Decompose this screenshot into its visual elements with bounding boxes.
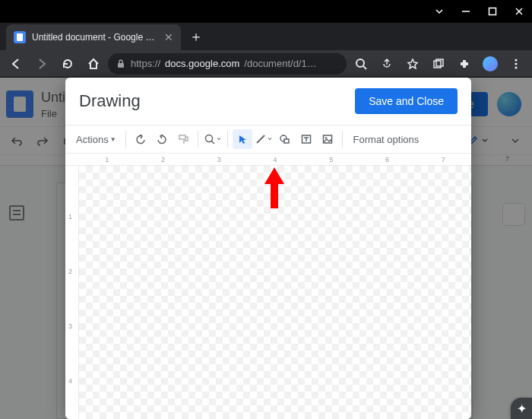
paint-format-button[interactable] — [173, 129, 193, 149]
annotation-red-arrow — [263, 167, 286, 208]
drawing-modal: Drawing Save and Close Actions▼ Format o… — [65, 78, 471, 419]
extension-badge[interactable] — [479, 52, 502, 75]
redo-button[interactable] — [152, 129, 172, 149]
docs-favicon — [14, 31, 26, 43]
window-maximize-button[interactable] — [479, 0, 505, 23]
bookmark-star-icon[interactable] — [401, 52, 424, 75]
nav-reload-button[interactable] — [56, 52, 79, 75]
nav-home-button[interactable] — [82, 52, 105, 75]
zoom-icon[interactable] — [350, 52, 372, 75]
svg-rect-19 — [284, 139, 289, 143]
ruler-tick: 5 — [303, 156, 359, 163]
svg-point-15 — [206, 135, 213, 142]
undo-button[interactable] — [131, 129, 150, 149]
os-titlebar — [0, 0, 532, 23]
share-url-icon[interactable] — [375, 52, 398, 75]
browser-menu-button[interactable] — [505, 52, 527, 75]
svg-point-10 — [515, 62, 517, 65]
drawing-modal-header: Drawing Save and Close — [65, 78, 471, 125]
separator — [227, 131, 228, 148]
svg-line-16 — [212, 141, 215, 144]
text-box-tool-button[interactable] — [296, 129, 316, 149]
ruler-tick: 6 — [359, 156, 416, 163]
lock-icon — [116, 59, 126, 69]
ruler-tick: 1 — [79, 156, 135, 163]
svg-rect-4 — [118, 63, 124, 68]
window-dropdown-button[interactable] — [426, 0, 452, 23]
drawing-ruler-vertical: 1 2 3 4 — [65, 166, 79, 419]
save-and-close-label: Save and Close — [369, 95, 444, 107]
ruler-tick: 2 — [135, 156, 192, 163]
explore-fab-button[interactable]: ✦ — [511, 398, 532, 419]
image-tool-button[interactable] — [318, 129, 337, 149]
svg-rect-14 — [179, 135, 185, 139]
actions-menu-button[interactable]: Actions▼ — [71, 131, 121, 148]
chevron-down-icon: ▼ — [110, 136, 116, 143]
url-bar[interactable]: https://docs.google.com/document/d/1… — [108, 53, 347, 75]
tab-title: Untitled document - Google Docs — [32, 32, 158, 43]
svg-point-11 — [515, 66, 517, 68]
url-domain: docs.google.com — [165, 58, 239, 69]
drawing-canvas[interactable] — [79, 166, 471, 419]
format-options-button[interactable]: Format options — [353, 134, 420, 145]
nav-forward-button[interactable] — [30, 52, 53, 75]
nav-back-button[interactable] — [5, 52, 27, 75]
extensions-icon[interactable] — [453, 52, 476, 75]
ruler-tick: 7 — [415, 156, 471, 163]
browser-tab-strip: Untitled document - Google Docs ✕ ＋ — [0, 23, 532, 50]
separator — [342, 131, 343, 148]
svg-marker-23 — [264, 167, 284, 208]
window-close-button[interactable] — [505, 0, 532, 23]
separator — [198, 131, 198, 148]
save-and-close-button[interactable]: Save and Close — [355, 88, 458, 114]
zoom-button[interactable] — [203, 129, 223, 149]
drawing-toolbar: Actions▼ Format options — [65, 125, 471, 154]
svg-line-17 — [257, 135, 264, 143]
shape-tool-button[interactable] — [275, 129, 295, 149]
new-tab-button[interactable]: ＋ — [185, 26, 207, 47]
ruler-tick: 3 — [68, 322, 72, 330]
ruler-tick: 2 — [68, 268, 72, 275]
url-path: /document/d/1… — [244, 58, 316, 69]
browser-toolbar: https://docs.google.com/document/d/1… — [0, 50, 532, 78]
drawing-modal-title: Drawing — [79, 91, 141, 111]
browser-tab-active[interactable]: Untitled document - Google Docs ✕ — [6, 24, 181, 50]
tab-close-icon[interactable]: ✕ — [164, 31, 173, 43]
drawing-ruler-horizontal: 1 2 3 4 5 6 7 — [65, 154, 471, 166]
svg-point-9 — [515, 59, 517, 61]
svg-rect-1 — [489, 8, 496, 15]
ruler-tick: 1 — [68, 213, 72, 221]
svg-line-6 — [363, 66, 366, 69]
separator — [125, 131, 126, 148]
ruler-tick: 4 — [247, 156, 303, 163]
select-tool-button[interactable] — [233, 129, 252, 149]
window-minimize-button[interactable] — [452, 0, 479, 23]
tabs-overview-icon[interactable] — [427, 52, 450, 75]
line-tool-button[interactable] — [254, 129, 274, 149]
actions-label: Actions — [76, 134, 109, 145]
ruler-tick: 3 — [191, 156, 247, 163]
url-prefix: https:// — [131, 58, 160, 69]
svg-point-5 — [356, 59, 364, 67]
ruler-tick: 4 — [68, 377, 72, 385]
